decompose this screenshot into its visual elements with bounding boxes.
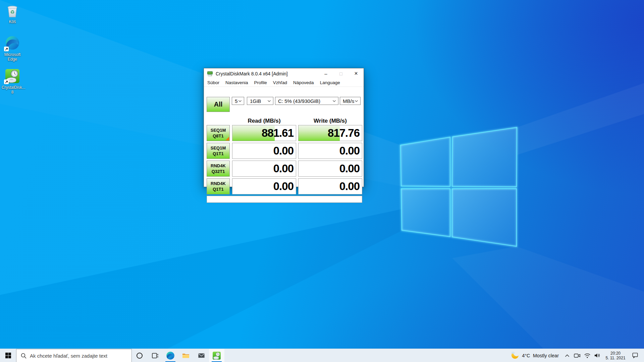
taskbar-search[interactable] (16, 349, 132, 362)
search-icon (21, 353, 26, 359)
network-button[interactable] (582, 349, 592, 362)
result-row-rnd4k-q32t1: RND4KQ32T1 0.00 0.00 (204, 161, 364, 177)
result-row-seq1m-q8t1: SEQ1MQ8T1 881.61 817.76 (204, 125, 364, 141)
test-size-select[interactable]: 1GiB (247, 97, 273, 105)
benchmark-panel: All 5 1GiB C: 5% (43/930GiB) MB/s Read (… (204, 87, 364, 187)
volume-button[interactable] (592, 349, 602, 362)
crystaldiskmark-icon (212, 351, 221, 360)
recycle-bin-icon: ♻ (5, 3, 20, 18)
test-button-seq1m-q1t1[interactable]: SEQ1MQ1T1 (207, 143, 230, 159)
hidden-icons-chevron[interactable] (562, 349, 572, 362)
shortcut-arrow-icon (4, 47, 9, 51)
taskbar: 4°C Mostly clear (0, 349, 644, 362)
taskbar-edge-button[interactable] (163, 349, 178, 362)
read-result-cell: 881.61 (232, 125, 296, 141)
chevron-up-icon (565, 354, 570, 357)
desktop-icon-label: CrystalDisk...8 (2, 85, 23, 95)
svg-text:♻: ♻ (10, 9, 14, 15)
test-count-select[interactable]: 5 (232, 97, 244, 105)
read-result-cell: 0.00 (232, 161, 296, 177)
titlebar[interactable]: CrystalDiskMark 8.0.4 x64 [Admin] – □ × (204, 68, 364, 79)
taskbar-mail-button[interactable] (194, 349, 209, 362)
app-icon (207, 71, 213, 76)
chevron-down-icon (268, 100, 271, 102)
meet-now-button[interactable] (572, 349, 582, 362)
test-button-rnd4k-q32t1[interactable]: RND4KQ32T1 (207, 161, 230, 177)
desktop-icon-microsoft-edge[interactable]: MicrosoftEdge (2, 36, 23, 62)
desktop-icon-recycle-bin[interactable]: ♻ Kôš (2, 3, 23, 24)
desktop-icon-label: Kôš (2, 19, 23, 24)
crystaldiskmark-window: CrystalDiskMark 8.0.4 x64 [Admin] – □ × … (204, 68, 364, 187)
speaker-icon (594, 353, 601, 358)
chevron-down-icon (333, 100, 336, 102)
wifi-icon (584, 353, 591, 358)
all-test-button[interactable]: All (207, 97, 230, 112)
write-column-header: Write (MB/s) (298, 118, 362, 124)
menu-vzhlad[interactable]: Vzhľad (270, 80, 290, 85)
mail-icon (198, 352, 205, 359)
window-title: CrystalDiskMark 8.0.4 x64 [Admin] (216, 71, 318, 76)
result-row-rnd4k-q1t1: RND4KQ1T1 0.00 0.00 (204, 178, 364, 194)
unit-select[interactable]: MB/s (340, 97, 361, 105)
action-center-icon (632, 352, 638, 359)
menu-nastavenia[interactable]: Nastavenia (222, 80, 251, 85)
edge-icon (166, 351, 175, 360)
taskbar-crystaldiskmark-button[interactable] (209, 349, 224, 362)
clock-date: 5. 11. 2021 (604, 356, 627, 360)
read-column-header: Read (MB/s) (232, 118, 296, 124)
taskbar-cortana-button[interactable] (132, 349, 147, 362)
action-center-button[interactable] (629, 349, 641, 362)
file-explorer-icon (182, 352, 190, 360)
meet-now-camera-icon (574, 353, 581, 358)
desktop-icon-label: MicrosoftEdge (2, 52, 23, 62)
clock-time: 20:20 (604, 351, 627, 356)
taskbar-task-view-button[interactable] (147, 349, 163, 362)
write-result-cell: 0.00 (298, 161, 362, 177)
task-view-icon (151, 352, 159, 359)
taskbar-file-explorer-button[interactable] (178, 349, 194, 362)
write-result-cell: 0.00 (298, 178, 362, 194)
chevron-down-icon (238, 100, 241, 102)
shortcut-arrow-icon (4, 79, 9, 84)
close-button[interactable]: × (348, 68, 364, 79)
desktop-icon-crystaldiskmark[interactable]: CrystalDisk...8 (2, 68, 23, 95)
menu-subor[interactable]: Súbor (204, 80, 222, 85)
maximize-button[interactable]: □ (333, 68, 348, 79)
cortana-icon (136, 352, 143, 359)
start-button[interactable] (0, 349, 16, 362)
chevron-down-icon (355, 100, 358, 102)
menu-napoveda[interactable]: Nápoveda (290, 80, 317, 85)
clock[interactable]: 20:20 5. 11. 2021 (602, 351, 629, 360)
system-tray: 4°C Mostly clear (507, 349, 644, 362)
read-result-cell: 0.00 (232, 143, 296, 159)
result-row-seq1m-q1t1: SEQ1MQ1T1 0.00 0.00 (204, 143, 364, 159)
comment-field[interactable] (207, 196, 362, 203)
desktop: ♻ Kôš MicrosoftEdge (0, 0, 644, 362)
menu-profile[interactable]: Profile (251, 80, 270, 85)
weather-condition: Mostly clear (533, 353, 559, 358)
moon-weather-icon (511, 351, 520, 360)
windows-start-icon (5, 353, 11, 358)
write-result-cell: 817.76 (298, 125, 362, 141)
menu-language[interactable]: Language (317, 80, 343, 85)
search-input[interactable] (30, 353, 131, 359)
menubar: Súbor Nastavenia Profile Vzhľad Nápoveda… (204, 79, 364, 87)
test-button-seq1m-q8t1[interactable]: SEQ1MQ8T1 (207, 125, 230, 141)
target-drive-select[interactable]: C: 5% (43/930GiB) (275, 97, 338, 105)
write-result-cell: 0.00 (298, 143, 362, 159)
minimize-button[interactable]: – (318, 68, 333, 79)
weather-temperature: 4°C (522, 353, 530, 358)
weather-widget[interactable]: 4°C Mostly clear (507, 349, 562, 362)
read-result-cell: 0.00 (232, 178, 296, 194)
test-button-rnd4k-q1t1[interactable]: RND4KQ1T1 (207, 178, 230, 194)
